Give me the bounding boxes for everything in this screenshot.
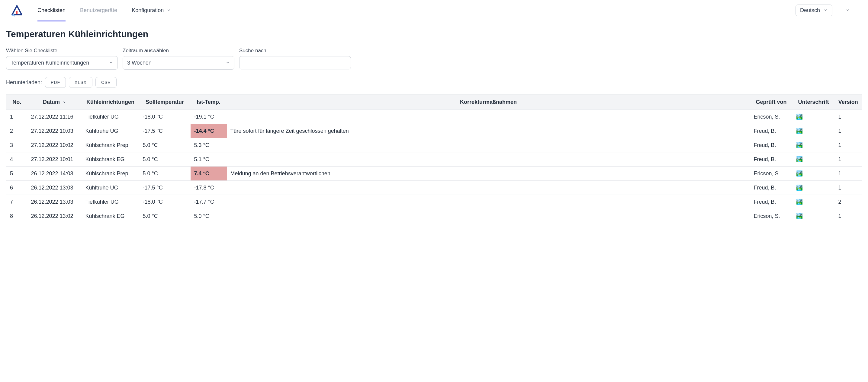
checklist-select[interactable]: Temperaturen Kühleinrichtungen [6,56,118,70]
checklist-select-value: Temperaturen Kühleinrichtungen [10,60,89,66]
cell-soll: -17.5 °C [139,181,191,195]
table-row[interactable]: 427.12.2022 10:01Kühlschrank EG5.0 °C5.1… [6,152,862,167]
th-version[interactable]: Version [835,95,862,110]
cell-unterschrift[interactable]: 🏞️ [793,124,835,138]
cell-unterschrift[interactable]: 🏞️ [793,209,835,223]
sort-chevron-down-icon [63,99,66,105]
signature-image-icon: 🏞️ [796,128,803,134]
table-row[interactable]: 227.12.2022 10:03Kühltruhe UG-17.5 °C-14… [6,124,862,138]
cell-ist: 5.3 °C [191,138,227,152]
filter-checklist-label: Wählen Sie Checkliste [6,48,118,54]
signature-image-icon: 🏞️ [796,171,803,176]
filter-search-label: Suche nach [239,48,351,54]
cell-ist: 5.0 °C [191,209,227,223]
th-device[interactable]: Kühleinrichtungen [82,95,139,110]
cell-unterschrift[interactable]: 🏞️ [793,195,835,209]
cell-korrektur [227,152,750,167]
signature-image-icon: 🏞️ [796,199,803,205]
cell-device: Tiefkühler UG [82,195,139,209]
results-table: No. Datum Kühleinrichtungen Solltemperat… [6,95,862,223]
cell-datum: 27.12.2022 10:03 [28,124,82,138]
search-input[interactable] [239,56,351,69]
user-menu[interactable] [838,5,857,16]
cell-unterschrift[interactable]: 🏞️ [793,138,835,152]
cell-unterschrift[interactable]: 🏞️ [793,110,835,124]
cell-datum: 26.12.2022 13:03 [28,195,82,209]
cell-unterschrift[interactable]: 🏞️ [793,181,835,195]
th-soll[interactable]: Solltemperatur [139,95,191,110]
cell-geprueft: Freud, B. [750,181,793,195]
cell-no: 7 [6,195,28,209]
table-row[interactable]: 626.12.2022 13:03Kühltruhe UG-17.5 °C-17… [6,181,862,195]
cell-datum: 26.12.2022 13:03 [28,181,82,195]
cell-unterschrift[interactable]: 🏞️ [793,167,835,181]
th-unterschrift[interactable]: Unterschrift [793,95,835,110]
download-csv-button[interactable]: CSV [95,77,117,88]
cell-device: Kühltruhe UG [82,181,139,195]
svg-rect-2 [16,11,18,14]
main-nav: Checklisten Benutzergeräte Konfiguration [37,0,171,21]
cell-geprueft: Ericson, S. [750,209,793,223]
download-pdf-button[interactable]: PDF [45,77,66,88]
page-content: Temperaturen Kühleinrichtungen Wählen Si… [0,21,868,235]
th-korrektur[interactable]: Korrekturmaßnahmen [227,95,750,110]
cell-version: 1 [835,167,862,181]
chevron-down-icon [109,60,113,66]
table-row[interactable]: 526.12.2022 14:03Kühlschrank Prep5.0 °C7… [6,167,862,181]
cell-unterschrift[interactable]: 🏞️ [793,152,835,167]
topbar: Checklisten Benutzergeräte Konfiguration… [0,0,868,21]
page-title: Temperaturen Kühleinrichtungen [6,29,862,39]
cell-no: 2 [6,124,28,138]
cell-soll: -18.0 °C [139,110,191,124]
cell-korrektur: Meldung an den Betriebsverantwortlichen [227,167,750,181]
language-current: Deutsch [800,7,820,13]
cell-korrektur [227,138,750,152]
cell-datum: 27.12.2022 11:16 [28,110,82,124]
th-ist[interactable]: Ist-Temp. [191,95,227,110]
cell-geprueft: Ericson, S. [750,167,793,181]
cell-device: Kühltruhe UG [82,124,139,138]
nav-checklisten-label: Checklisten [37,7,65,13]
table-row[interactable]: 826.12.2022 13:02Kühlschrank EG5.0 °C5.0… [6,209,862,223]
filter-bar: Wählen Sie Checkliste Temperaturen Kühle… [6,48,862,70]
cell-datum: 27.12.2022 10:01 [28,152,82,167]
table-row[interactable]: 127.12.2022 11:16Tiefkühler UG-18.0 °C-1… [6,110,862,124]
cell-no: 3 [6,138,28,152]
chevron-down-icon [846,7,850,13]
th-datum[interactable]: Datum [28,95,82,110]
filter-checklist: Wählen Sie Checkliste Temperaturen Kühle… [6,48,118,70]
chevron-down-icon [167,7,171,13]
cell-no: 1 [6,110,28,124]
cell-datum: 26.12.2022 14:03 [28,167,82,181]
signature-image-icon: 🏞️ [796,114,803,120]
cell-soll: -18.0 °C [139,195,191,209]
cell-device: Kühlschrank Prep [82,167,139,181]
cell-ist: 5.1 °C [191,152,227,167]
language-selector[interactable]: Deutsch [796,4,832,16]
cell-korrektur [227,181,750,195]
table-row[interactable]: 726.12.2022 13:03Tiefkühler UG-18.0 °C-1… [6,195,862,209]
download-xlsx-button[interactable]: XLSX [69,77,92,88]
cell-ist: -17.8 °C [191,181,227,195]
cell-korrektur [227,195,750,209]
period-select-value: 3 Wochen [127,60,152,66]
download-label: Herunterladen: [6,79,42,86]
cell-version: 1 [835,152,862,167]
nav-konfiguration[interactable]: Konfiguration [132,0,171,21]
app-logo[interactable] [11,4,23,16]
nav-checklisten[interactable]: Checklisten [37,0,65,21]
nav-benutzergeraete-label: Benutzergeräte [80,7,117,13]
filter-period-label: Zeitraum auswählen [123,48,235,54]
th-no[interactable]: No. [6,95,28,110]
nav-benutzergeraete[interactable]: Benutzergeräte [80,0,117,21]
period-select[interactable]: 3 Wochen [123,56,235,70]
table-row[interactable]: 327.12.2022 10:02Kühlschrank Prep5.0 °C5… [6,138,862,152]
cell-device: Tiefkühler UG [82,110,139,124]
cell-ist: -14.4 °C [191,124,227,138]
cell-geprueft: Freud, B. [750,195,793,209]
cell-version: 1 [835,181,862,195]
th-geprueft[interactable]: Geprüft von [750,95,793,110]
cell-korrektur [227,110,750,124]
cell-device: Kühlschrank EG [82,152,139,167]
table-header: No. Datum Kühleinrichtungen Solltemperat… [6,95,862,110]
